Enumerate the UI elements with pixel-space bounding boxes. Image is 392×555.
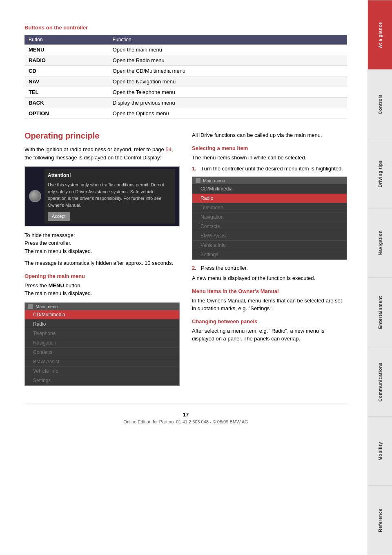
owners-manual-heading: Menu items in the Owner's Manual: [192, 288, 347, 294]
attention-screenshot: Attention! Use this system only when tra…: [24, 166, 180, 226]
function-cell: Display the previous menu: [109, 98, 347, 108]
menu-items-left: CD/MultimediaRadioTelephoneNavigationCon…: [25, 310, 179, 385]
page-number: 17: [24, 412, 347, 418]
menu-item-left: Vehicle Info: [25, 367, 179, 376]
menu-item-right: Contacts: [192, 222, 347, 231]
main-content: Buttons on the controller Button Functio…: [0, 0, 368, 555]
menu-item-right: BMW Assist: [192, 231, 347, 241]
step-2-result: A new menu is displayed or the function …: [192, 274, 347, 282]
press-text: Press the: [24, 282, 49, 289]
page-footer: 17 Online Edition for Part no. 01 41 2 6…: [24, 403, 347, 428]
attention-title: Attention!: [48, 172, 172, 179]
sidebar-tab-navigation[interactable]: Navigation: [368, 208, 392, 278]
sidebar-tab-at-a-glance[interactable]: At a glance: [368, 0, 392, 69]
menu-item-right: Telephone: [192, 203, 347, 213]
function-cell: Open the Telephone menu: [109, 87, 347, 98]
table-row: BACKDisplay the previous menu: [24, 98, 347, 108]
function-cell: Open the Navigation menu: [109, 76, 347, 87]
changing-panels-text: After selecting a menu item, e.g. "Radio…: [192, 327, 347, 343]
accept-button[interactable]: Accept: [48, 212, 70, 221]
menu-item-right: Radio: [192, 194, 347, 203]
intro-text-1: With the ignition at radio readiness or …: [24, 146, 165, 152]
step-1-text: Turn the controller until the desired me…: [201, 166, 343, 172]
menu-bold: MENU: [49, 282, 64, 289]
changing-panels-heading: Changing between panels: [192, 318, 347, 324]
operating-principle-title: Operating principle: [24, 131, 180, 141]
main-menu-screenshot-2: Main menu CD/MultimediaRadioTelephoneNav…: [192, 177, 347, 260]
button-name-cell: MENU: [24, 45, 109, 55]
table-row: CDOpen the CD/Multimedia menu: [24, 66, 347, 76]
step-1: 1. Turn the controller until the desired…: [192, 166, 347, 172]
table-header-button: Button: [24, 35, 109, 45]
menu-header-1: Main menu: [25, 303, 179, 310]
sidebar-tab-communications[interactable]: Communications: [368, 347, 392, 416]
step-2-number: 2.: [192, 265, 198, 271]
hide-message-text: To hide the message: Press the controlle…: [24, 231, 180, 255]
two-col-layout: Operating principle With the ignition at…: [24, 131, 347, 391]
step-2-text: Press the controller.: [201, 265, 248, 271]
button-name-cell: RADIO: [24, 55, 109, 66]
function-cell: Open the CD/Multimedia menu: [109, 66, 347, 76]
function-cell: Open the Radio menu: [109, 55, 347, 66]
menu-header-2: Main menu: [192, 177, 347, 184]
sidebar-tab-mobility[interactable]: Mobility: [368, 416, 392, 486]
copyright-text: Online Edition for Part no. 01 41 2 603 …: [24, 419, 347, 424]
sidebar-tab-reference[interactable]: Reference: [368, 486, 392, 555]
attention-box: Attention! Use this system only when tra…: [45, 169, 175, 224]
button-name-cell: BACK: [24, 98, 109, 108]
menu-icon: [28, 304, 33, 309]
buttons-section-title: Buttons on the controller: [24, 25, 347, 31]
menu-item-left: Telephone: [25, 329, 179, 338]
selecting-menu-item-heading: Selecting a menu item: [192, 145, 347, 151]
table-row: MENUOpen the main menu: [24, 45, 347, 55]
menu-item-right: Vehicle Info: [192, 241, 347, 250]
all-idrive-text: All iDrive functions can be called up vi…: [192, 131, 347, 139]
menu-item-left: Radio: [25, 320, 179, 329]
opening-main-menu-heading: Opening the main menu: [24, 273, 180, 279]
step-2: 2. Press the controller.: [192, 265, 347, 271]
buttons-table: Button Function MENUOpen the main menuRA…: [24, 35, 347, 119]
menu-icon-2: [196, 178, 200, 183]
menu-item-left: Navigation: [25, 338, 179, 348]
button-name-cell: NAV: [24, 76, 109, 87]
intro-paragraph: With the ignition at radio readiness or …: [24, 145, 180, 161]
owners-manual-text: In the Owner's Manual, menu items that c…: [192, 297, 347, 313]
step-1-number: 1.: [192, 166, 198, 172]
button-name-cell: CD: [24, 66, 109, 76]
table-row: OPTIONOpen the Options menu: [24, 108, 347, 119]
menu-item-left: Contacts: [25, 348, 179, 357]
menu-item-right: Settings: [192, 250, 347, 260]
button-name-cell: TEL: [24, 87, 109, 98]
main-menu-label-2: Main menu: [203, 178, 225, 183]
table-header-function: Function: [109, 35, 347, 45]
main-menu-screenshot-1: Main menu CD/MultimediaRadioTelephoneNav…: [24, 302, 180, 386]
sidebar-tab-entertainment[interactable]: Entertainment: [368, 278, 392, 347]
menu-item-left: CD/Multimedia: [25, 310, 179, 320]
opening-main-menu-text: Press the MENU button.The main menu is d…: [24, 282, 180, 298]
button-name-cell: OPTION: [24, 108, 109, 119]
sidebar-tab-driving-tips[interactable]: Driving tips: [368, 139, 392, 208]
intro-link[interactable]: 54: [165, 146, 171, 152]
right-sidebar: At a glanceControlsDriving tipsNavigatio…: [368, 0, 392, 555]
right-column: All iDrive functions can be called up vi…: [192, 131, 347, 391]
selecting-text: The menu items shown in white can be sel…: [192, 154, 347, 162]
table-row: TELOpen the Telephone menu: [24, 87, 347, 98]
menu-item-right: Navigation: [192, 213, 347, 222]
main-menu-label: Main menu: [36, 304, 58, 309]
function-cell: Open the Options menu: [109, 108, 347, 119]
page-wrapper: Buttons on the controller Button Functio…: [0, 0, 392, 555]
attention-text: Use this system only when traffic condit…: [48, 181, 172, 208]
left-column: Operating principle With the ignition at…: [24, 131, 180, 391]
buttons-section: Buttons on the controller Button Functio…: [24, 25, 347, 119]
function-cell: Open the main menu: [109, 45, 347, 55]
sidebar-tab-controls[interactable]: Controls: [368, 69, 392, 139]
menu-items-right: CD/MultimediaRadioTelephoneNavigationCon…: [192, 184, 347, 260]
menu-item-left: BMW Assist: [25, 357, 179, 367]
menu-item-left: Settings: [25, 376, 179, 385]
table-row: RADIOOpen the Radio menu: [24, 55, 347, 66]
auto-hide-text: The message is automatically hidden afte…: [24, 259, 180, 267]
menu-item-right: CD/Multimedia: [192, 184, 347, 194]
table-row: NAVOpen the Navigation menu: [24, 76, 347, 87]
